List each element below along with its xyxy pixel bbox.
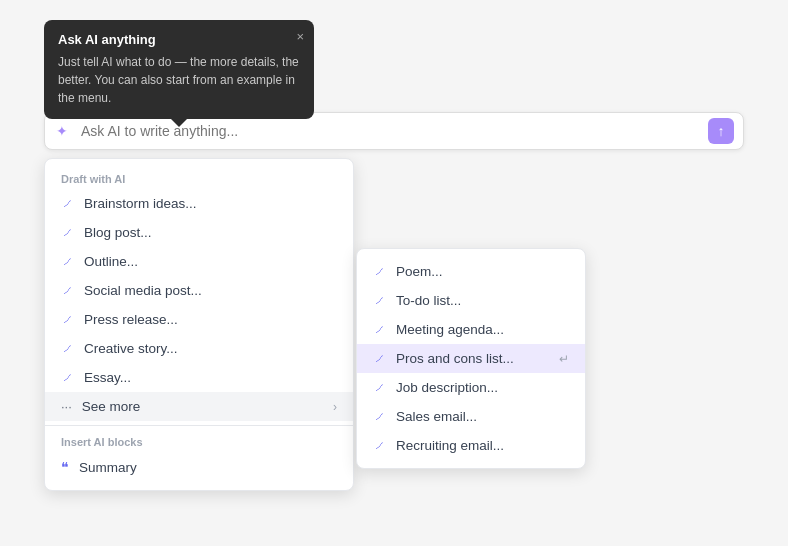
menu-item-label: Summary	[79, 460, 137, 475]
menu-item-label: Outline...	[84, 254, 138, 269]
sparkle-icon: ✦	[56, 123, 68, 139]
see-more-label: See more	[82, 399, 141, 414]
sub-menu-item-recruiting-email[interactable]: ⟋ Recruiting email...	[357, 431, 585, 460]
menu-item-label: Brainstorm ideas...	[84, 196, 197, 211]
chevron-right-icon: ›	[333, 400, 337, 414]
tooltip-title: Ask AI anything	[58, 32, 300, 47]
section-draft-label: Draft with AI	[45, 167, 353, 189]
menu-item-label: Essay...	[84, 370, 131, 385]
sub-menu-label: Poem...	[396, 264, 443, 279]
menu-item-label: Press release...	[84, 312, 178, 327]
tooltip-arrow	[171, 119, 187, 127]
sub-menu-label: Job description...	[396, 380, 498, 395]
ai-tooltip: Ask AI anything Just tell AI what to do …	[44, 20, 314, 119]
menu-item-label: Blog post...	[84, 225, 152, 240]
sub-menu-item-poem[interactable]: ⟋ Poem...	[357, 257, 585, 286]
pen-icon-blogpost: ⟋	[61, 225, 74, 240]
search-submit-button[interactable]: ↑	[708, 118, 734, 144]
section-insert-label: Insert AI blocks	[45, 430, 353, 452]
menu-item-label: Creative story...	[84, 341, 178, 356]
sub-menu-label: Pros and cons list...	[396, 351, 514, 366]
sub-menu-item-todo[interactable]: ⟋ To-do list...	[357, 286, 585, 315]
sub-menu-label: Recruiting email...	[396, 438, 504, 453]
pen-icon-outline: ⟋	[61, 254, 74, 269]
pen-icon-job: ⟋	[373, 380, 386, 395]
menu-item-label: Social media post...	[84, 283, 202, 298]
menu-item-brainstorm[interactable]: ⟋ Brainstorm ideas...	[45, 189, 353, 218]
pen-icon-poem: ⟋	[373, 264, 386, 279]
sub-menu-item-pros-cons[interactable]: ⟋ Pros and cons list... ↵	[357, 344, 585, 373]
menu-item-essay[interactable]: ⟋ Essay...	[45, 363, 353, 392]
dots-icon: ···	[61, 399, 72, 414]
menu-item-press-release[interactable]: ⟋ Press release...	[45, 305, 353, 334]
summary-icon: ❝	[61, 459, 69, 475]
selected-indicator-icon: ↵	[559, 352, 569, 366]
sub-menu-label: Meeting agenda...	[396, 322, 504, 337]
menu-item-outline[interactable]: ⟋ Outline...	[45, 247, 353, 276]
sub-menu-item-meeting-agenda[interactable]: ⟋ Meeting agenda...	[357, 315, 585, 344]
pen-icon-brainstorm: ⟋	[61, 196, 74, 211]
menu-item-social-media[interactable]: ⟋ Social media post...	[45, 276, 353, 305]
sub-menu: ⟋ Poem... ⟋ To-do list... ⟋ Meeting agen…	[356, 248, 586, 469]
pen-icon-meeting: ⟋	[373, 322, 386, 337]
menu-divider	[45, 425, 353, 426]
menu-item-see-more[interactable]: ··· See more ›	[45, 392, 353, 421]
pen-icon-essay: ⟋	[61, 370, 74, 385]
pen-icon-pros-cons: ⟋	[373, 351, 386, 366]
pen-icon-creative: ⟋	[61, 341, 74, 356]
pen-icon-todo: ⟋	[373, 293, 386, 308]
menu-item-creative-story[interactable]: ⟋ Creative story...	[45, 334, 353, 363]
menu-item-blogpost[interactable]: ⟋ Blog post...	[45, 218, 353, 247]
tooltip-close-button[interactable]: ×	[296, 30, 304, 43]
sub-menu-label: To-do list...	[396, 293, 461, 308]
tooltip-body: Just tell AI what to do — the more detai…	[58, 53, 300, 107]
pen-icon-social: ⟋	[61, 283, 74, 298]
pen-icon-sales: ⟋	[373, 409, 386, 424]
sub-menu-item-sales-email[interactable]: ⟋ Sales email...	[357, 402, 585, 431]
sub-menu-item-job-description[interactable]: ⟋ Job description...	[357, 373, 585, 402]
pen-icon-press: ⟋	[61, 312, 74, 327]
sub-menu-label: Sales email...	[396, 409, 477, 424]
pen-icon-recruiting: ⟋	[373, 438, 386, 453]
menu-item-summary[interactable]: ❝ Summary	[45, 452, 353, 482]
main-menu: Draft with AI ⟋ Brainstorm ideas... ⟋ Bl…	[44, 158, 354, 491]
